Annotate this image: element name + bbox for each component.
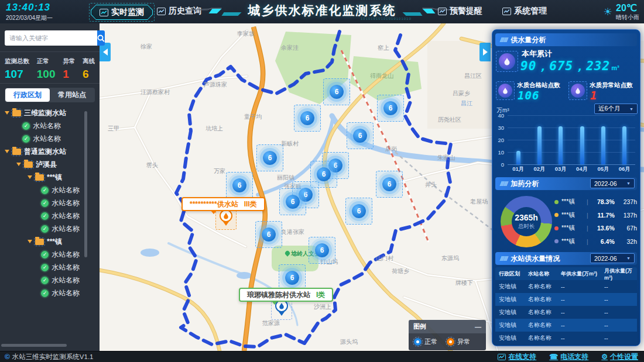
legend-divider: | [587, 225, 588, 232]
stations-period-dropdown[interactable]: 2022-06▼ [590, 253, 635, 263]
status-check-icon: ✓ [41, 187, 49, 194]
cluster-count: 6 [353, 129, 367, 143]
table-cell: -- [561, 335, 604, 342]
tree-item-station[interactable]: ✓水站名称 [0, 261, 100, 274]
normal-station-callout[interactable]: 琅琊镇雅陈村供水站I类 [239, 288, 333, 302]
personal-settings-link[interactable]: ⚙ 个性设置 [601, 352, 638, 362]
tree-item-label: 水站名称 [52, 288, 80, 298]
phone-support-link[interactable]: ☎ 电话支持 [549, 352, 588, 362]
map-place-label: 三甲 [108, 125, 119, 133]
bar-value-31 [537, 126, 542, 164]
legend-title: 图例 [413, 322, 426, 331]
station-cluster-marker[interactable]: 6 [376, 171, 403, 198]
station-cluster-marker[interactable]: 6 [377, 95, 404, 122]
station-cluster-marker[interactable]: 6 [294, 105, 321, 132]
legend-dot-icon [554, 226, 559, 230]
station-cluster-marker[interactable]: 6 [279, 188, 306, 215]
nav-system-management[interactable]: 系统管理 [502, 6, 547, 16]
legend-divider: | [587, 212, 588, 219]
dosing-period-dropdown[interactable]: 2022-06▼ [590, 178, 635, 188]
system-chart-icon [502, 8, 511, 15]
dosing-legend: ***镇|78.3%237h***镇|11.7%137h***镇|13.6%67… [554, 198, 637, 246]
weather-widget: ☀ 20℃ 晴转小雨 [604, 2, 639, 22]
table-row: 安地镇名称名称---- [495, 306, 637, 319]
annual-total-value: 90，675，232m³ [520, 58, 619, 74]
nav-realtime-monitoring[interactable]: 实时监测 [89, 3, 155, 22]
nav-warning-alerts[interactable]: 预警提醒 [438, 6, 482, 16]
legend-pin-icon [447, 338, 454, 346]
search-icon [97, 35, 105, 42]
bar-value-11 [516, 151, 520, 164]
section-slashes-icon: ////// [500, 180, 507, 187]
folder-icon [35, 174, 44, 181]
table-row: 安地镇名称名称---- [495, 332, 637, 344]
station-cluster-marker[interactable]: 6 [345, 198, 372, 225]
legend-minimize-button[interactable]: — [475, 323, 481, 330]
folder-icon [24, 161, 33, 168]
table-row: 安地镇名称名称---- [495, 280, 637, 293]
abnormal-station-callout[interactable]: **********供水站III类 [181, 197, 265, 211]
map-place-label: 丽阳镇 [277, 174, 294, 182]
search-button[interactable] [97, 30, 105, 46]
station-cluster-marker[interactable]: 6 [323, 78, 350, 105]
tree-item-station[interactable]: ✓水站名称 [0, 274, 100, 287]
table-cell: 安地镇 [499, 282, 528, 291]
monitor-chart-icon [100, 9, 108, 16]
section-slashes-icon: ////// [500, 255, 507, 262]
dosing-legend-row: ***镇|11.7%137h [554, 211, 637, 219]
bar-series [508, 115, 635, 164]
tab-common-stations[interactable]: 常用站点 [50, 88, 94, 102]
station-cluster-marker[interactable]: 6 [256, 144, 283, 171]
x-axis-tick: 03月 [555, 166, 567, 173]
table-cell: 名称名称 [528, 295, 561, 304]
bottom-statusbar: © 水站三维实时监测系统V1.1 在线支持 ☎ 电话支持 ⚙ 个性设置 [0, 351, 644, 362]
map-place-label: 沙洲上 [314, 303, 331, 311]
stat-异常: 异常1 [63, 57, 75, 81]
tree-vertical-scrollbar[interactable] [84, 111, 87, 257]
online-support-link[interactable]: 在线支持 [498, 352, 536, 362]
legend-dot-icon [554, 213, 559, 217]
bar-value-31 [580, 126, 584, 164]
system-version: © 水站三维实时监测系统V1.1 [5, 353, 94, 361]
table-header-cell: 水站名称 [528, 270, 561, 278]
map-place-label: 牌楼下 [455, 279, 473, 287]
stat-value: 1 [63, 68, 75, 81]
station-cluster-marker[interactable]: 6 [255, 221, 282, 248]
map-place-label: 东源坞 [441, 254, 459, 263]
history-chart-icon [157, 8, 166, 15]
x-axis-tick: 06月 [619, 166, 631, 173]
weather-condition: 晴转小雨 [616, 13, 639, 22]
x-axis-tick: 05月 [597, 166, 609, 173]
tab-admin-region[interactable]: 行政区划 [5, 88, 50, 102]
table-cell: 安地镇 [499, 321, 528, 329]
map-place-label: 源头坞 [340, 338, 358, 346]
tree-item-station[interactable]: ✓水站名称 [0, 287, 100, 299]
station-cluster-marker[interactable]: 6 [347, 122, 374, 149]
cluster-count: 6 [262, 227, 276, 242]
tree-item-label: 水站名称 [52, 185, 80, 195]
cluster-count: 6 [263, 151, 277, 165]
stat-value: 107 [5, 68, 29, 81]
search-input[interactable] [5, 30, 97, 46]
map-place-label: 窑上 [378, 44, 389, 52]
legend-dot-icon [554, 200, 559, 204]
cluster-count: 6 [300, 111, 314, 125]
station-cluster-marker[interactable]: 6 [309, 237, 335, 264]
dosing-legend-row: ***镇|78.3%237h [554, 198, 637, 206]
alert-chart-icon [438, 8, 447, 15]
map-place-label: 昌江 [461, 99, 472, 108]
legend-item-label: 正常 [424, 337, 437, 346]
legend-hours: 137h [624, 212, 637, 219]
expand-arrow-icon [16, 163, 21, 166]
left-sidebar: 监测总数107正常100异常1离线6 行政区划 常用站点 三维监测水站✓水站名称… [0, 23, 100, 351]
bar-value-31 [559, 126, 563, 164]
legend-percent: 11.7% [591, 212, 615, 219]
table-row: 安地镇名称名称---- [495, 293, 637, 306]
collapse-right-panel-button[interactable] [479, 43, 491, 61]
tree-horizontal-scrollbar[interactable] [1, 344, 67, 347]
station-cluster-marker[interactable]: 6 [226, 172, 253, 199]
cluster-count: 6 [285, 271, 299, 285]
water-grade: I类 [316, 291, 325, 299]
chevron-down-icon: ▼ [626, 181, 631, 185]
map-place-label: 徐家 [141, 43, 152, 51]
